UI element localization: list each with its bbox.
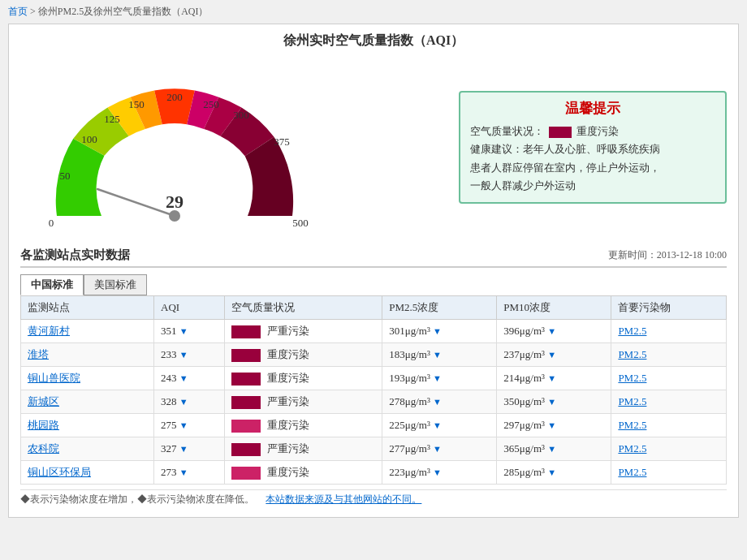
cell-pm25: 277μg/m³ ▼ (382, 437, 497, 461)
cell-status: 重度污染 (225, 367, 382, 390)
notice-title: 温馨提示 (470, 99, 715, 118)
col-pollutant: 首要污染物 (611, 296, 727, 320)
footer-note: ◆表示污染物浓度在增加，◆表示污染物浓度在降低。 本站数据来源及与其他网站的不同… (20, 489, 727, 506)
footer-link[interactable]: 本站数据来源及与其他网站的不同。 (266, 494, 421, 504)
cell-pm25: 301μg/m³ ▼ (382, 320, 497, 343)
table-row: 黄河新村 351 ▼ 严重污染 301μg/m³ ▼ 396μg/m³ ▼ PM… (21, 320, 727, 343)
cell-station[interactable]: 铜山兽医院 (21, 367, 154, 390)
cell-aqi: 328 ▼ (154, 390, 225, 414)
cell-station[interactable]: 淮塔 (21, 343, 154, 367)
arrow-icon: ▼ (179, 420, 188, 430)
arrow-down-icon: ▼ (433, 420, 442, 430)
section-title: 各监测站点实时数据 (20, 248, 130, 263)
status-text: 严重污染 (267, 442, 309, 454)
cell-pm10: 365μg/m³ ▼ (497, 437, 611, 461)
cell-pm25: 183μg/m³ ▼ (382, 343, 497, 367)
status-bar (231, 325, 261, 338)
notice-advice3: 一般人群减少户外运动 (470, 177, 715, 196)
cell-pollutant[interactable]: PM2.5 (611, 343, 727, 367)
cell-station[interactable]: 新城区 (21, 390, 154, 414)
svg-text:0: 0 (49, 217, 54, 229)
cell-pollutant[interactable]: PM2.5 (611, 320, 727, 343)
card-title: 徐州实时空气质量指数（AQI） (20, 32, 727, 50)
cell-pollutant[interactable]: PM2.5 (611, 437, 727, 461)
status-color-badge (549, 127, 572, 138)
arrow-down-icon: ▼ (433, 397, 442, 407)
cell-aqi: 273 ▼ (154, 461, 225, 485)
col-station: 监测站点 (21, 296, 154, 320)
arrow-down-icon: ▼ (433, 326, 442, 336)
status-bar (231, 467, 261, 480)
status-text: 严重污染 (267, 325, 309, 337)
cell-aqi: 243 ▼ (154, 367, 225, 390)
tab-us-standard[interactable]: 美国标准 (84, 274, 147, 295)
cell-pollutant[interactable]: PM2.5 (611, 461, 727, 485)
gauge-svg: 0 50 100 125 150 200 250 300 375 500 (20, 58, 329, 236)
status-text: 重度污染 (267, 348, 309, 360)
status-bar (231, 443, 261, 456)
cell-pm25: 225μg/m³ ▼ (382, 414, 497, 437)
breadcrumb: 首页 > 徐州PM2.5及徐州空气质量指数（AQI） (8, 5, 739, 19)
cell-pm10: 214μg/m³ ▼ (497, 367, 611, 390)
table-row: 农科院 327 ▼ 严重污染 277μg/m³ ▼ 365μg/m³ ▼ PM2… (21, 437, 727, 461)
arrow-icon: ▼ (179, 326, 188, 336)
cell-status: 严重污染 (225, 320, 382, 343)
cell-pm10: 237μg/m³ ▼ (497, 343, 611, 367)
status-text: 重度污染 (267, 419, 309, 431)
table-row: 新城区 328 ▼ 严重污染 278μg/m³ ▼ 350μg/m³ ▼ PM2… (21, 390, 727, 414)
svg-text:29: 29 (166, 192, 184, 212)
home-link[interactable]: 首页 (8, 6, 28, 17)
cell-status: 重度污染 (225, 461, 382, 485)
status-bar (231, 349, 261, 362)
cell-station[interactable]: 农科院 (21, 437, 154, 461)
cell-station[interactable]: 铜山区环保局 (21, 461, 154, 485)
tab-china-standard[interactable]: 中国标准 (20, 274, 84, 295)
notice-advice1: 健康建议：老年人及心脏、呼吸系统疾病 (470, 140, 715, 159)
update-time: 更新时间：2013-12-18 10:00 (608, 248, 727, 262)
cell-aqi: 327 ▼ (154, 437, 225, 461)
svg-text:375: 375 (274, 136, 290, 148)
status-text: 重度污染 (267, 466, 309, 478)
arrow-icon: ▼ (179, 467, 188, 477)
notice-box: 温馨提示 空气质量状况： 重度污染 健康建议：老年人及心脏、呼吸系统疾病 患者人… (459, 91, 727, 204)
arrow-down-icon: ▼ (547, 420, 556, 430)
cell-pollutant[interactable]: PM2.5 (611, 390, 727, 414)
arrow-down-icon: ▼ (433, 350, 442, 360)
section-header: 各监测站点实时数据 更新时间：2013-12-18 10:00 (20, 248, 727, 268)
cell-pm25: 278μg/m³ ▼ (382, 390, 497, 414)
cell-pm10: 297μg/m³ ▼ (497, 414, 611, 437)
arrow-down-icon: ▼ (547, 350, 556, 360)
cell-pm10: 285μg/m³ ▼ (497, 461, 611, 485)
status-text: 严重污染 (267, 395, 309, 407)
cell-pollutant[interactable]: PM2.5 (611, 367, 727, 390)
cell-pm10: 396μg/m³ ▼ (497, 320, 611, 343)
col-pm10: PM10浓度 (497, 296, 611, 320)
arrow-down-icon: ▼ (547, 326, 556, 336)
table-row: 铜山兽医院 243 ▼ 重度污染 193μg/m³ ▼ 214μg/m³ ▼ P… (21, 367, 727, 390)
arrow-icon: ▼ (179, 444, 188, 454)
cell-station[interactable]: 黄河新村 (21, 320, 154, 343)
cell-pm25: 193μg/m³ ▼ (382, 367, 497, 390)
arrow-icon: ▼ (179, 350, 188, 360)
cell-status: 重度污染 (225, 343, 382, 367)
svg-text:300: 300 (233, 109, 249, 121)
top-section: 0 50 100 125 150 200 250 300 375 500 (20, 58, 727, 236)
status-text: 重度污染 (267, 372, 309, 384)
arrow-down-icon: ▼ (547, 467, 556, 477)
cell-station[interactable]: 桃园路 (21, 414, 154, 437)
arrow-down-icon: ▼ (433, 373, 442, 383)
status-bar (231, 373, 261, 386)
arrow-down-icon: ▼ (547, 397, 556, 407)
table-row: 铜山区环保局 273 ▼ 重度污染 223μg/m³ ▼ 285μg/m³ ▼ … (21, 461, 727, 485)
notice-advice2: 患者人群应停留在室内，停止户外运动， (470, 159, 715, 178)
cell-status: 重度污染 (225, 414, 382, 437)
svg-text:200: 200 (166, 91, 183, 103)
arrow-down-icon: ▼ (433, 467, 442, 477)
svg-text:50: 50 (60, 170, 71, 182)
cell-pollutant[interactable]: PM2.5 (611, 414, 727, 437)
svg-text:500: 500 (292, 217, 309, 229)
notice-status: 空气质量状况： 重度污染 (470, 123, 715, 141)
col-pm25: PM2.5浓度 (382, 296, 497, 320)
tab-bar: 中国标准 美国标准 (20, 274, 727, 295)
svg-text:150: 150 (128, 98, 145, 110)
